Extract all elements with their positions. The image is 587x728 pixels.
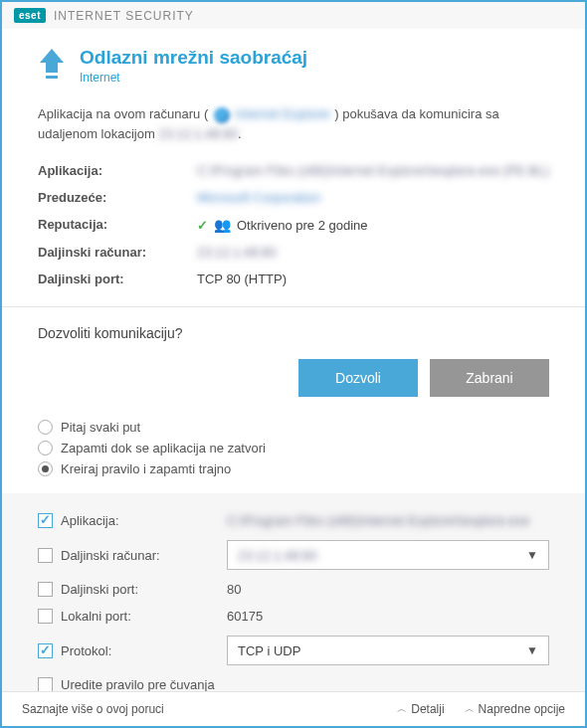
separator bbox=[2, 306, 585, 307]
titlebar: eset INTERNET SECURITY bbox=[2, 2, 585, 29]
checkbox-edit-before-save[interactable] bbox=[38, 677, 53, 691]
checkbox-remote-computer[interactable] bbox=[38, 548, 53, 563]
chevron-down-icon: ▼ bbox=[526, 548, 538, 562]
button-row: Dozvoli Zabrani bbox=[38, 359, 549, 397]
allow-button[interactable]: Dozvoli bbox=[298, 359, 418, 397]
intro-prefix: Aplikacija na ovom računaru ( bbox=[38, 106, 208, 121]
rule-app-value: C:\Program Files (x86)\Internet Explorer… bbox=[227, 513, 529, 528]
svg-rect-0 bbox=[46, 76, 58, 79]
app-icon bbox=[214, 107, 230, 123]
chevron-up-icon: ︿ bbox=[397, 702, 407, 716]
dialog-window: eset INTERNET SECURITY Odlazni mrežni sa… bbox=[0, 0, 587, 728]
publisher-label: Preduzeće: bbox=[38, 184, 197, 211]
publisher-value: Microsoft Corporation bbox=[197, 190, 320, 205]
remote-value: 23.12.1.48:80 bbox=[197, 245, 277, 260]
product-name: INTERNET SECURITY bbox=[54, 9, 194, 23]
header: Odlazni mrežni saobraćaj Internet bbox=[38, 47, 549, 85]
radio-create-rule[interactable]: Kreiraj pravilo i zapamti trajno bbox=[38, 458, 549, 479]
radio-ask-every-time[interactable]: Pitaj svaki put bbox=[38, 417, 549, 438]
radio-icon bbox=[38, 441, 53, 455]
rule-remote-label: Daljinski računar: bbox=[61, 548, 160, 563]
page-subtitle: Internet bbox=[80, 71, 307, 85]
chevron-down-icon: ▼ bbox=[526, 643, 538, 657]
intro-location: 23.12.1.48:80 bbox=[158, 126, 238, 141]
details-toggle[interactable]: ︿ Detalji bbox=[397, 702, 444, 716]
advanced-toggle[interactable]: ︿ Napredne opcije bbox=[465, 702, 565, 716]
radio-label: Pitaj svaki put bbox=[61, 420, 140, 435]
info-table: Aplikacija: C:\Program Files (x86)\Inter… bbox=[38, 157, 549, 292]
app-value: C:\Program Files (x86)\Internet Explorer… bbox=[197, 163, 549, 178]
remote-computer-select[interactable]: 23.12.1.48:80 ▼ bbox=[227, 540, 549, 570]
content-area: Odlazni mrežni saobraćaj Internet Aplika… bbox=[2, 29, 585, 691]
radio-icon bbox=[38, 420, 53, 435]
remote-computer-value: 23.12.1.48:80 bbox=[238, 548, 317, 563]
remote-label: Daljinski računar: bbox=[38, 239, 197, 266]
port-label: Daljinski port: bbox=[38, 266, 197, 292]
rule-remote-port-value: 80 bbox=[227, 582, 549, 597]
checkmark-icon: ✓ bbox=[197, 218, 208, 233]
radio-label: Kreiraj pravilo i zapamti trajno bbox=[61, 461, 231, 476]
deny-button[interactable]: Zabrani bbox=[430, 359, 549, 397]
learn-more-link[interactable]: Saznajte više o ovoj poruci bbox=[22, 702, 164, 716]
question-text: Dozvoliti komunikaciju? bbox=[38, 325, 549, 341]
checkbox-remote-port[interactable] bbox=[38, 582, 53, 597]
footer: Saznajte više o ovoj poruci ︿ Detalji ︿ … bbox=[2, 691, 585, 726]
rule-app-label: Aplikacija: bbox=[61, 513, 119, 528]
radio-icon bbox=[38, 461, 53, 476]
app-label: Aplikacija: bbox=[38, 157, 197, 184]
advanced-label: Napredne opcije bbox=[479, 702, 565, 716]
rule-local-port-label: Lokalni port: bbox=[61, 609, 131, 624]
page-title: Odlazni mrežni saobraćaj bbox=[80, 47, 307, 69]
chevron-up-icon: ︿ bbox=[465, 702, 475, 716]
outbound-arrow-icon bbox=[38, 47, 66, 81]
rule-protocol-label: Protokol: bbox=[61, 643, 111, 658]
checkbox-protocol[interactable] bbox=[38, 643, 53, 658]
radio-label: Zapamti dok se aplikacija ne zatvori bbox=[61, 441, 266, 455]
checkbox-application[interactable] bbox=[38, 513, 53, 528]
intro-text: Aplikacija na ovom računaru ( Internet E… bbox=[38, 104, 549, 143]
radio-remember-until-close[interactable]: Zapamti dok se aplikacija ne zatvori bbox=[38, 438, 549, 458]
protocol-select[interactable]: TCP i UDP ▼ bbox=[227, 636, 549, 665]
port-value: TCP 80 (HTTP) bbox=[197, 266, 549, 292]
protocol-value: TCP i UDP bbox=[238, 643, 300, 658]
details-label: Detalji bbox=[411, 702, 444, 716]
reputation-label: Reputacija: bbox=[38, 211, 197, 239]
intro-app-name: Internet Explorer bbox=[236, 106, 331, 121]
remember-radio-group: Pitaj svaki put Zapamti dok se aplikacij… bbox=[38, 417, 549, 479]
users-icon: 👥 bbox=[214, 217, 231, 233]
rule-panel: Aplikacija: C:\Program Files (x86)\Inter… bbox=[2, 493, 585, 691]
rule-edit-label: Uredite pravilo pre čuvanja bbox=[61, 677, 215, 691]
checkbox-local-port[interactable] bbox=[38, 609, 53, 624]
rule-local-port-value: 60175 bbox=[227, 609, 549, 624]
brand-badge: eset bbox=[14, 8, 46, 23]
rule-remote-port-label: Daljinski port: bbox=[61, 582, 138, 597]
reputation-text: Otkriveno pre 2 godine bbox=[237, 218, 368, 233]
